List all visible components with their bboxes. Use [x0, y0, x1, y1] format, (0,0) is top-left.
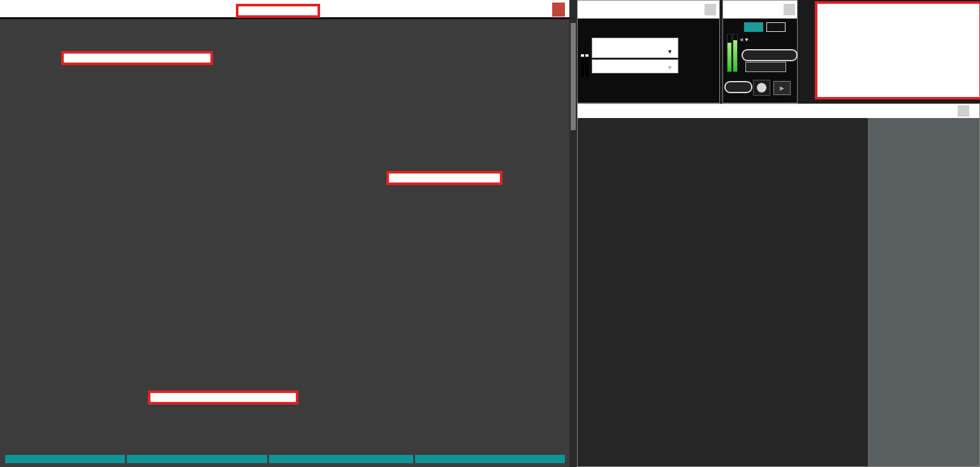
lfo-title-bar: [578, 104, 979, 118]
close-icon[interactable]: [784, 4, 795, 15]
aiff-format-button[interactable]: [766, 22, 786, 32]
annotation-open-windows: [148, 390, 298, 404]
recorder-title-bar: [723, 1, 797, 19]
tab-output-file-recorder[interactable]: [5, 455, 125, 463]
lfo-send-pane: [868, 118, 979, 467]
annotation-keyzones: [236, 4, 320, 18]
lfo-rows-host: [578, 118, 868, 467]
chevron-down-icon: ▼: [667, 48, 673, 55]
play-icon: ►: [779, 84, 786, 92]
annotation-note-generator: [386, 171, 502, 185]
reset-button[interactable]: [724, 81, 752, 93]
input-window-title-bar: [578, 1, 719, 19]
output-meter-l: [727, 34, 732, 72]
tab-spare[interactable]: [415, 455, 565, 463]
play-button[interactable]: ►: [773, 81, 791, 95]
tab-input-recording-source[interactable]: [127, 455, 267, 463]
main-scrollbar[interactable]: [569, 0, 577, 467]
main-scrollbar-thumb[interactable]: [571, 23, 576, 130]
close-icon[interactable]: [958, 105, 969, 117]
record-button[interactable]: [753, 80, 770, 96]
chevron-down-icon: ▼: [667, 64, 673, 71]
tab-lfos[interactable]: [269, 455, 413, 463]
wav-format-button[interactable]: [744, 22, 763, 32]
app-root: { "window": {"title": "[museconretetool]…: [0, 0, 980, 467]
input-meter-left: [581, 54, 584, 77]
autostop-button[interactable]: [745, 62, 786, 72]
record-circle-icon: [757, 83, 766, 93]
source-dropdown-2[interactable]: ▼: [592, 59, 678, 73]
lfo-window: [577, 103, 980, 467]
annotation-record: [815, 1, 980, 100]
input-recording-source-window: ▼ ▼: [577, 0, 720, 103]
source-dropdown[interactable]: ▼: [592, 38, 678, 58]
setfile-button[interactable]: [742, 49, 798, 61]
triangle-left-icon: ◄: [738, 36, 744, 43]
output-meter-r: [733, 34, 738, 72]
annotation-drag-samples: [61, 51, 213, 65]
input-meter-right: [585, 54, 589, 77]
bit-depth-dropdown[interactable]: ▼: [744, 35, 749, 43]
chevron-down-icon: ▼: [744, 37, 749, 43]
output-recorder-window: ◄ ▼ ►: [722, 0, 798, 103]
close-icon[interactable]: [705, 4, 716, 15]
